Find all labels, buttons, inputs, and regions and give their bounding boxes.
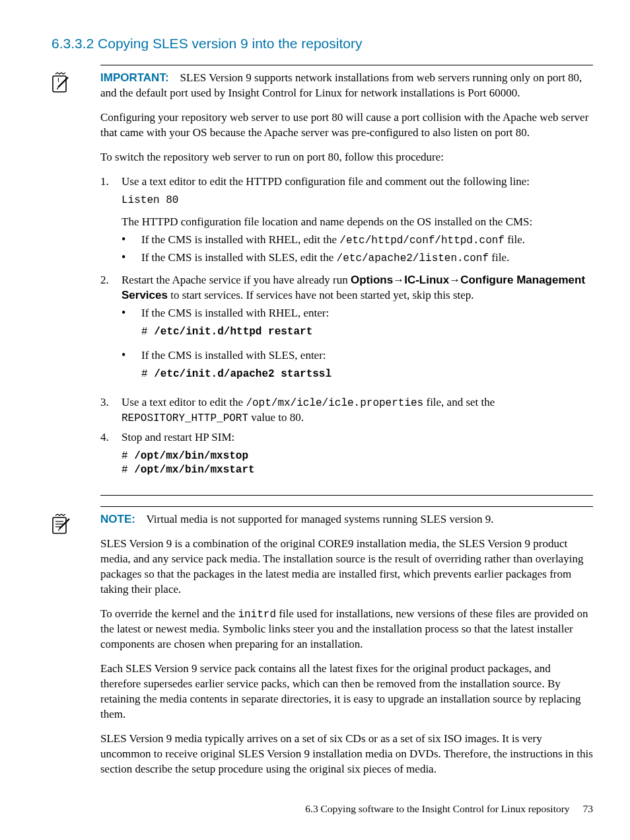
bullet: • If the CMS is installed with RHEL, ent…: [122, 306, 593, 346]
code: # /etc/init.d/httpd restart: [141, 325, 593, 340]
bullet: • If the CMS is installed with RHEL, edi…: [122, 233, 593, 248]
section-heading: 6.3.3.2 Copying SLES version 9 into the …: [52, 34, 593, 53]
note-p2: To override the kernel and the initrd fi…: [100, 607, 593, 652]
step-1-bullets: • If the CMS is installed with RHEL, edi…: [122, 233, 593, 266]
cmd: /etc/init.d/httpd restart: [154, 326, 312, 338]
b-text: If the CMS is installed with SLES, enter…: [141, 348, 593, 363]
step-2-bullets: • If the CMS is installed with RHEL, ent…: [122, 306, 593, 389]
b-text: If the CMS is installed with RHEL, edit …: [141, 233, 339, 246]
svg-marker-2: [57, 87, 59, 90]
step-num: 2.: [100, 273, 122, 391]
code: initrd: [238, 609, 276, 621]
code: REPOSITORY_HTTP_PORT: [122, 412, 248, 424]
bullet: • If the CMS is installed with SLES, edi…: [122, 250, 593, 266]
note-p3: Each SLES Version 9 service pack contain…: [100, 662, 593, 722]
svg-marker-9: [58, 528, 60, 531]
rule: [100, 495, 593, 496]
t: to start services. If services have not …: [168, 289, 474, 301]
note-icon: [52, 511, 100, 535]
h: #: [141, 326, 154, 338]
step-1-text: Use a text editor to edit the HTTPD conf…: [122, 174, 593, 190]
cmd: /etc/init.d/apache2 startssl: [154, 368, 332, 380]
important-icon: !: [52, 69, 100, 93]
cmd: /opt/mx/bin/mxstart: [134, 464, 254, 476]
step-num: 1.: [100, 174, 122, 269]
rule: [100, 65, 593, 65]
t: Use a text editor to edit the: [122, 396, 246, 408]
t: To override the kernel and the: [100, 607, 238, 620]
document-page: 6.3.3.2 Copying SLES version 9 into the …: [0, 0, 630, 840]
t: value to 80.: [248, 411, 304, 424]
important-label: IMPORTANT:: [100, 71, 169, 84]
important-callout: [100, 65, 593, 65]
b-text: If the CMS is installed with SLES, edit …: [141, 251, 337, 264]
step-4: 4. Stop and restart HP SIM: # /opt/mx/bi…: [100, 430, 593, 484]
note-p1: SLES Version 9 is a combination of the o…: [100, 537, 593, 597]
code: /etc/apache2/listen.conf: [337, 252, 489, 264]
cmd: /opt/mx/bin/mxstop: [134, 450, 248, 462]
code: # /etc/init.d/apache2 startssl: [141, 367, 593, 382]
note-label: NOTE:: [100, 513, 135, 525]
t: Restart the Apache service if you have a…: [122, 274, 351, 286]
svg-text:!: !: [57, 77, 59, 83]
t: file, and set the: [423, 396, 495, 408]
code: # /opt/mx/bin/mxstop: [122, 449, 593, 464]
h: #: [141, 368, 154, 380]
b-text: If the CMS is installed with RHEL, enter…: [141, 306, 593, 321]
step-num: 3.: [100, 395, 122, 426]
step-4-text: Stop and restart HP SIM:: [122, 430, 593, 445]
note-line: NOTE: Virtual media is not supported for…: [100, 512, 593, 527]
step-1: 1. Use a text editor to edit the HTTPD c…: [100, 174, 593, 269]
footer-text: 6.3 Copying software to the Insight Cont…: [305, 803, 569, 814]
note-text: Virtual media is not supported for manag…: [147, 513, 494, 525]
b-text: file.: [505, 233, 525, 246]
step-3: 3. Use a text editor to edit the /opt/mx…: [100, 395, 593, 426]
note-p4: SLES Version 9 media typically arrives o…: [100, 732, 593, 777]
important-p1: IMPORTANT: SLES Version 9 supports netwo…: [100, 71, 593, 101]
h: #: [122, 450, 134, 462]
step-2-text: Restart the Apache service if you have a…: [122, 273, 593, 303]
ui-path: IC-Linux: [404, 274, 449, 286]
step-num: 4.: [100, 430, 122, 484]
important-p3: To switch the repository web server to r…: [100, 150, 593, 165]
h: #: [122, 464, 134, 476]
important-p2: Configuring your repository web server t…: [100, 110, 593, 141]
page-number: 73: [583, 803, 594, 814]
important-block: ! IMPORTANT: SLES Version 9 supports net…: [52, 69, 593, 492]
code: /etc/httpd/conf/httpd.conf: [339, 235, 505, 247]
step-2: 2. Restart the Apache service if you hav…: [100, 273, 593, 391]
page-footer: 6.3 Copying software to the Insight Cont…: [305, 802, 593, 816]
step-1-code: Listen 80: [122, 194, 593, 208]
b-text: file.: [489, 251, 509, 264]
code: # /opt/mx/bin/mxstart: [122, 463, 593, 478]
ui-path: Options: [351, 274, 393, 286]
svg-rect-0: [53, 76, 66, 92]
step-1-after: The HTTPD configuration file location an…: [122, 215, 593, 230]
note-block: NOTE: Virtual media is not supported for…: [52, 511, 593, 786]
procedure-list: 1. Use a text editor to edit the HTTPD c…: [100, 174, 593, 484]
svg-rect-4: [53, 517, 66, 533]
bullet: • If the CMS is installed with SLES, ent…: [122, 348, 593, 389]
code: /opt/mx/icle/icle.properties: [246, 397, 423, 409]
important-p1-text: SLES Version 9 supports network installa…: [100, 71, 582, 99]
rule: [100, 506, 593, 507]
